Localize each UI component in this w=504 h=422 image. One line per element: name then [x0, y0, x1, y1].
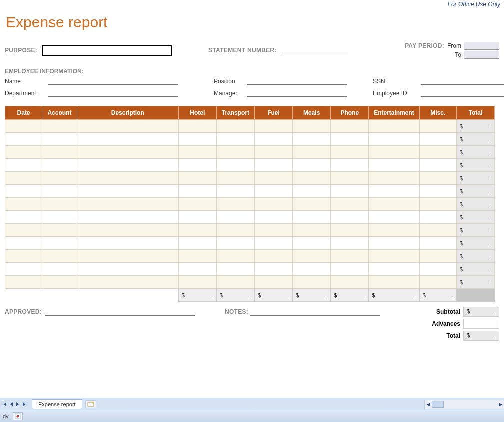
- table-cell[interactable]: [293, 133, 331, 146]
- pay-period-to-input[interactable]: [464, 51, 499, 59]
- table-cell[interactable]: [178, 237, 216, 250]
- table-cell[interactable]: [216, 263, 254, 276]
- table-cell[interactable]: [178, 146, 216, 159]
- table-cell[interactable]: [254, 211, 292, 224]
- table-cell[interactable]: [331, 276, 369, 289]
- table-cell[interactable]: [216, 211, 254, 224]
- table-cell[interactable]: [369, 146, 419, 159]
- table-cell[interactable]: [5, 224, 42, 237]
- table-cell[interactable]: [178, 159, 216, 172]
- table-cell[interactable]: [254, 133, 292, 146]
- table-cell[interactable]: [419, 120, 456, 133]
- table-cell[interactable]: [216, 250, 254, 263]
- ssn-input[interactable]: [421, 77, 504, 85]
- table-cell[interactable]: [331, 120, 369, 133]
- table-cell[interactable]: [178, 120, 216, 133]
- table-cell[interactable]: [254, 172, 292, 185]
- name-input[interactable]: [48, 77, 178, 85]
- table-cell[interactable]: [5, 146, 42, 159]
- table-cell[interactable]: [178, 263, 216, 276]
- table-cell[interactable]: [5, 120, 42, 133]
- purpose-input[interactable]: [42, 45, 172, 56]
- table-cell[interactable]: [293, 211, 331, 224]
- table-cell[interactable]: [419, 250, 456, 263]
- table-cell[interactable]: [369, 198, 419, 211]
- table-cell[interactable]: [293, 237, 331, 250]
- table-cell[interactable]: [42, 120, 77, 133]
- table-cell[interactable]: [178, 211, 216, 224]
- table-cell[interactable]: [178, 250, 216, 263]
- table-cell[interactable]: [42, 198, 77, 211]
- table-cell[interactable]: [419, 198, 456, 211]
- macro-record-icon[interactable]: [13, 412, 23, 420]
- table-cell[interactable]: [5, 172, 42, 185]
- table-cell[interactable]: [331, 185, 369, 198]
- table-cell[interactable]: [178, 185, 216, 198]
- notes-input[interactable]: [250, 308, 380, 316]
- table-cell[interactable]: [331, 263, 369, 276]
- table-cell[interactable]: [5, 276, 42, 289]
- table-cell[interactable]: [42, 159, 77, 172]
- approved-input[interactable]: [45, 308, 195, 316]
- table-cell[interactable]: [5, 133, 42, 146]
- table-cell[interactable]: [77, 224, 178, 237]
- statement-number-input[interactable]: [283, 46, 348, 54]
- table-cell[interactable]: [5, 263, 42, 276]
- table-cell[interactable]: [331, 211, 369, 224]
- table-cell[interactable]: [369, 133, 419, 146]
- table-cell[interactable]: [42, 146, 77, 159]
- table-cell[interactable]: [77, 185, 178, 198]
- table-cell[interactable]: [331, 172, 369, 185]
- table-cell[interactable]: [178, 133, 216, 146]
- scroll-thumb[interactable]: [432, 401, 444, 408]
- table-cell[interactable]: [254, 198, 292, 211]
- table-cell[interactable]: [77, 250, 178, 263]
- scroll-left-button[interactable]: ◄: [425, 402, 432, 408]
- table-cell[interactable]: [369, 211, 419, 224]
- table-cell[interactable]: [369, 172, 419, 185]
- table-cell[interactable]: [216, 237, 254, 250]
- table-cell[interactable]: [216, 146, 254, 159]
- table-cell[interactable]: [77, 120, 178, 133]
- table-cell[interactable]: [5, 237, 42, 250]
- table-cell[interactable]: [77, 159, 178, 172]
- table-cell[interactable]: [216, 276, 254, 289]
- table-cell[interactable]: [42, 237, 77, 250]
- table-cell[interactable]: [254, 224, 292, 237]
- table-cell[interactable]: [254, 185, 292, 198]
- table-cell[interactable]: [419, 133, 456, 146]
- table-cell[interactable]: [293, 276, 331, 289]
- table-cell[interactable]: [254, 276, 292, 289]
- table-cell[interactable]: [5, 250, 42, 263]
- table-cell[interactable]: [331, 224, 369, 237]
- table-cell[interactable]: [293, 172, 331, 185]
- table-cell[interactable]: [293, 185, 331, 198]
- table-cell[interactable]: [419, 159, 456, 172]
- table-cell[interactable]: [293, 120, 331, 133]
- table-cell[interactable]: [42, 263, 77, 276]
- table-cell[interactable]: [216, 185, 254, 198]
- table-cell[interactable]: [293, 159, 331, 172]
- table-cell[interactable]: [77, 237, 178, 250]
- table-cell[interactable]: [369, 224, 419, 237]
- table-cell[interactable]: [254, 237, 292, 250]
- position-input[interactable]: [247, 77, 347, 85]
- manager-input[interactable]: [247, 89, 347, 97]
- table-cell[interactable]: [331, 237, 369, 250]
- table-cell[interactable]: [5, 198, 42, 211]
- table-cell[interactable]: [5, 185, 42, 198]
- table-cell[interactable]: [419, 276, 456, 289]
- table-cell[interactable]: [331, 133, 369, 146]
- table-cell[interactable]: [293, 146, 331, 159]
- table-cell[interactable]: [419, 185, 456, 198]
- table-cell[interactable]: [293, 224, 331, 237]
- table-cell[interactable]: [77, 211, 178, 224]
- table-cell[interactable]: [42, 172, 77, 185]
- scroll-right-button[interactable]: ►: [497, 402, 504, 408]
- table-cell[interactable]: [369, 120, 419, 133]
- table-cell[interactable]: [369, 237, 419, 250]
- pay-period-from-input[interactable]: [464, 42, 499, 50]
- table-cell[interactable]: [369, 159, 419, 172]
- table-cell[interactable]: [216, 120, 254, 133]
- table-cell[interactable]: [42, 133, 77, 146]
